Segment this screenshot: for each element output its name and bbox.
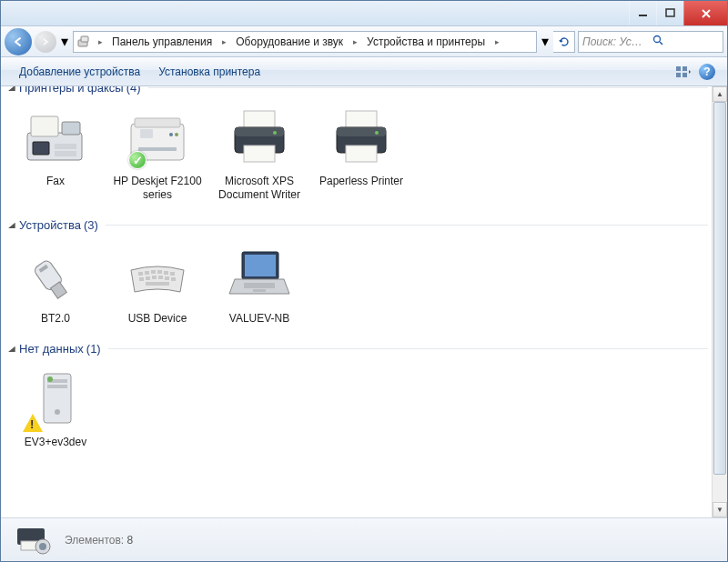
- back-button[interactable]: [5, 28, 32, 55]
- svg-rect-7: [676, 73, 681, 77]
- device-item[interactable]: Microsoft XPS Document Writer: [212, 98, 307, 207]
- fax-icon: [19, 104, 92, 171]
- search-icon[interactable]: [652, 35, 719, 49]
- usb-dongle-icon: [19, 241, 92, 308]
- svg-rect-23: [235, 127, 284, 136]
- chevron-right-icon[interactable]: ▸: [349, 32, 361, 52]
- svg-rect-5: [676, 66, 681, 71]
- help-button[interactable]: ?: [696, 61, 718, 83]
- status-label: Элементов:: [65, 534, 124, 547]
- breadcrumb-segment[interactable]: Панель управления: [106, 32, 217, 52]
- device-item[interactable]: Fax: [8, 98, 103, 207]
- scroll-thumb[interactable]: [713, 102, 726, 475]
- svg-point-4: [654, 35, 661, 42]
- svg-rect-38: [164, 271, 168, 275]
- svg-rect-26: [346, 111, 377, 129]
- device-label: HP Deskjet F2100 series: [112, 175, 203, 202]
- svg-rect-48: [245, 255, 276, 276]
- group-header[interactable]: ◢ Принтеры и факсы (4): [8, 86, 708, 98]
- breadcrumb[interactable]: ▸ Панель управления ▸ Оборудование и зву…: [73, 31, 537, 53]
- svg-rect-50: [253, 289, 266, 292]
- collapse-caret-icon: ◢: [8, 221, 15, 229]
- search-placeholder: Поиск: Устройства ...: [582, 35, 649, 48]
- content-area: ◢ Принтеры и факсы (4): [1, 86, 712, 517]
- add-printer-button[interactable]: Установка принтера: [149, 65, 269, 78]
- svg-rect-17: [138, 147, 177, 151]
- collapse-caret-icon: ◢: [8, 86, 15, 92]
- device-item[interactable]: VALUEV-NB: [212, 236, 307, 331]
- printer-icon: [223, 104, 296, 171]
- devices-summary-icon: [8, 522, 59, 558]
- add-device-button[interactable]: Добавление устройства: [10, 65, 149, 78]
- svg-rect-8: [682, 73, 687, 77]
- nav-history-dropdown[interactable]: ▾: [59, 33, 70, 50]
- close-button[interactable]: [683, 1, 727, 25]
- svg-rect-12: [33, 142, 49, 155]
- forward-button[interactable]: [35, 31, 56, 53]
- refresh-button[interactable]: [553, 31, 575, 53]
- device-label: Fax: [46, 175, 65, 188]
- devices-icon: [74, 32, 94, 52]
- svg-rect-3: [81, 36, 88, 42]
- device-label: VALUEV-NB: [229, 312, 289, 326]
- svg-rect-49: [244, 283, 275, 288]
- svg-rect-46: [146, 282, 169, 286]
- window: ▾ ▸ Панель управления ▸ Оборудование и з…: [0, 0, 728, 562]
- vertical-scrollbar[interactable]: ▲ ▼: [712, 86, 727, 517]
- breadcrumb-dropdown[interactable]: ▾: [540, 33, 551, 50]
- svg-rect-10: [31, 116, 58, 136]
- device-label: Paperless Printer: [319, 175, 403, 188]
- chevron-right-icon[interactable]: ▸: [217, 32, 230, 52]
- device-item[interactable]: ✓ HP Deskjet F2100 series: [110, 98, 205, 207]
- svg-rect-45: [171, 277, 176, 281]
- chevron-right-icon[interactable]: ▸: [490, 32, 503, 52]
- svg-rect-42: [152, 276, 157, 279]
- svg-point-55: [55, 409, 60, 415]
- svg-point-59: [39, 543, 46, 550]
- group-count: (4): [126, 86, 141, 95]
- scroll-down-icon[interactable]: ▼: [713, 502, 727, 517]
- default-badge-icon: ✓: [128, 151, 147, 169]
- svg-rect-53: [47, 385, 67, 388]
- device-label: USB Device: [128, 312, 187, 326]
- titlebar: [1, 1, 727, 26]
- device-item[interactable]: USB Device: [110, 236, 205, 331]
- breadcrumb-segment[interactable]: Оборудование и звук: [230, 32, 349, 52]
- svg-rect-16: [135, 118, 180, 127]
- view-options-button[interactable]: [672, 61, 694, 83]
- keyboard-icon: [121, 241, 194, 308]
- breadcrumb-segment[interactable]: Устройства и принтеры: [361, 32, 490, 52]
- scroll-up-icon[interactable]: ▲: [713, 86, 727, 102]
- device-label: BT2.0: [41, 312, 70, 326]
- svg-rect-6: [682, 66, 687, 71]
- svg-rect-29: [346, 146, 377, 162]
- device-label: Microsoft XPS Document Writer: [214, 175, 305, 202]
- svg-rect-21: [244, 111, 275, 129]
- group-header[interactable]: ◢ Устройства (3): [8, 213, 708, 236]
- svg-rect-24: [244, 146, 275, 162]
- device-item[interactable]: EV3+ev3dev: [8, 359, 103, 455]
- chevron-right-icon[interactable]: ▸: [94, 32, 106, 52]
- group-count: (1): [86, 342, 101, 356]
- minimize-button[interactable]: [629, 1, 656, 25]
- status-count: 8: [127, 534, 134, 547]
- svg-rect-39: [170, 272, 175, 276]
- collapse-caret-icon: ◢: [8, 345, 15, 353]
- group-header[interactable]: ◢ Нет данных (1): [8, 336, 708, 359]
- device-item[interactable]: Paperless Printer: [314, 98, 409, 207]
- search-input[interactable]: Поиск: Устройства ...: [578, 31, 723, 53]
- maximize-button[interactable]: [656, 1, 683, 25]
- nav-bar: ▾ ▸ Панель управления ▸ Оборудование и з…: [1, 26, 727, 57]
- svg-rect-18: [140, 129, 153, 138]
- group-title: Нет данных: [19, 342, 84, 356]
- svg-rect-0: [639, 15, 647, 16]
- svg-rect-34: [138, 272, 143, 276]
- svg-rect-40: [139, 277, 144, 281]
- device-item[interactable]: BT2.0: [8, 236, 103, 331]
- help-icon: ?: [699, 64, 715, 80]
- svg-point-30: [375, 131, 379, 135]
- status-text: Элементов: 8: [65, 534, 133, 547]
- status-bar: Элементов: 8: [1, 517, 727, 561]
- computer-tower-icon: [19, 365, 92, 432]
- group-count: (3): [84, 218, 98, 232]
